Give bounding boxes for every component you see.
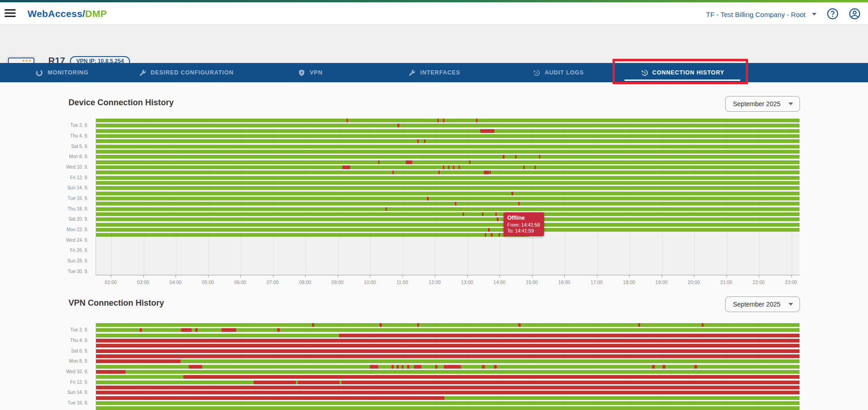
timeline-bar-Mon-15-9--online[interactable]	[444, 396, 800, 400]
timeline-bar-Tue-2-9--online[interactable]	[96, 328, 800, 332]
vpn-chart-month-select[interactable]: September 2025	[725, 296, 800, 312]
timeline-bar-Thu-11-9--offline[interactable]	[183, 375, 800, 379]
offline-event-mark[interactable]	[518, 202, 520, 205]
timeline-bar-Mon-1-9--online[interactable]	[96, 119, 800, 122]
timeline-bar-Fri-5-9--offline[interactable]	[96, 344, 800, 347]
offline-event-mark[interactable]	[195, 328, 198, 332]
timeline-bar-Sun-7-9--online[interactable]	[96, 150, 800, 154]
offline-event-mark[interactable]	[515, 155, 517, 159]
timeline-bar-Wed-17-9--online[interactable]	[96, 406, 800, 410]
offline-event-mark[interactable]	[523, 165, 525, 169]
offline-event-mark[interactable]	[435, 365, 437, 369]
offline-event-mark[interactable]	[427, 197, 429, 200]
timeline-bar-Sat-6-9--offline[interactable]	[96, 349, 800, 353]
offline-event-mark[interactable]	[397, 124, 399, 127]
offline-event-mark[interactable]	[497, 217, 499, 221]
offline-event-mark[interactable]	[511, 192, 513, 195]
timeline-bar-Fri-12-9--online[interactable]	[96, 381, 254, 384]
timeline-bar-Wed-10-9--offline[interactable]	[96, 370, 125, 374]
timeline-bar-Tue-16-9--online[interactable]	[96, 197, 800, 200]
offline-event-mark[interactable]	[397, 365, 399, 369]
offline-event-mark[interactable]	[407, 365, 409, 369]
account-button[interactable]	[849, 8, 861, 20]
offline-event-mark[interactable]	[378, 160, 380, 164]
offline-event-mark[interactable]	[424, 139, 425, 143]
timeline-bar-Sat-6-9--online[interactable]	[96, 145, 800, 148]
offline-event-mark[interactable]	[392, 171, 394, 174]
tab-audit-logs[interactable]: AUDIT LOGS	[496, 63, 620, 82]
offline-event-mark[interactable]	[469, 160, 471, 164]
tab-vpn[interactable]: VPN	[248, 63, 372, 82]
offline-event-mark[interactable]	[443, 119, 444, 122]
timeline-bar-Thu-4-9--online[interactable]	[96, 134, 800, 138]
timeline-bar-Mon-8-9--offline[interactable]	[96, 359, 181, 363]
timeline-bar-Wed-3-9--online[interactable]	[96, 334, 339, 337]
offline-event-mark[interactable]	[380, 323, 382, 327]
offline-event-mark[interactable]	[476, 119, 477, 122]
offline-event-mark[interactable]	[221, 328, 236, 332]
offline-event-mark[interactable]	[459, 165, 460, 169]
timeline-bar-Sat-13-9--offline[interactable]	[96, 386, 800, 389]
hamburger-menu-icon[interactable]	[5, 9, 16, 17]
offline-event-mark[interactable]	[495, 212, 497, 216]
offline-event-mark[interactable]	[694, 365, 697, 369]
timeline-bar-Mon-8-9--online[interactable]	[96, 155, 800, 159]
timeline-bar-Fri-12-9--offline[interactable]	[254, 381, 800, 384]
offline-event-mark[interactable]	[534, 165, 536, 169]
offline-event-mark[interactable]	[189, 365, 202, 369]
offline-event-mark[interactable]	[444, 365, 461, 369]
offline-event-mark[interactable]	[438, 171, 440, 174]
device-chart-month-select[interactable]: September 2025	[725, 96, 800, 112]
timeline-bar-Sun-14-9--online[interactable]	[96, 186, 800, 190]
tab-connection-history[interactable]: CONNECTION HISTORY	[620, 63, 744, 82]
timeline-bar-Sun-7-9--offline[interactable]	[96, 354, 800, 358]
timeline-bar-Fri-5-9--online[interactable]	[96, 139, 800, 143]
offline-event-mark[interactable]	[455, 202, 456, 205]
tab-monitoring[interactable]: MONITORING	[0, 63, 124, 82]
offline-event-mark[interactable]	[402, 365, 404, 369]
timeline-bar-Sun-14-9--offline[interactable]	[96, 391, 800, 394]
company-selector[interactable]: TF - Test Billing Company - Root	[706, 9, 817, 19]
timeline-bar-Mon-8-9--online[interactable]	[181, 359, 800, 363]
offline-event-mark[interactable]	[539, 155, 541, 159]
offline-event-mark[interactable]	[312, 323, 314, 327]
offline-event-mark[interactable]	[277, 328, 280, 332]
offline-event-mark[interactable]	[488, 228, 490, 232]
offline-event-mark[interactable]	[638, 323, 641, 327]
offline-event-mark[interactable]	[491, 233, 492, 237]
offline-event-mark[interactable]	[494, 365, 497, 369]
offline-event-mark[interactable]	[370, 365, 378, 369]
offline-event-mark[interactable]	[140, 328, 142, 332]
offline-event-mark[interactable]	[414, 365, 421, 369]
offline-event-mark[interactable]	[482, 212, 483, 216]
offline-event-mark[interactable]	[518, 323, 521, 327]
online-event-mark[interactable]	[296, 381, 298, 384]
device-connection-chart[interactable]: Offline From: 14:41:58 To: 14:41:59	[96, 119, 800, 275]
offline-event-mark[interactable]	[489, 171, 491, 174]
offline-event-mark[interactable]	[386, 207, 387, 211]
offline-event-mark[interactable]	[485, 233, 486, 237]
timeline-bar-Mon-15-9--online[interactable]	[96, 192, 800, 195]
offline-event-mark[interactable]	[484, 171, 489, 174]
offline-event-mark[interactable]	[663, 365, 665, 369]
offline-event-mark[interactable]	[652, 365, 654, 369]
timeline-bar-Sun-21-9--online[interactable]	[96, 223, 800, 227]
timeline-bar-Thu-11-9--online[interactable]	[96, 375, 183, 379]
timeline-bar-Wed-10-9--online[interactable]	[125, 370, 800, 374]
offline-event-mark[interactable]	[406, 160, 412, 164]
help-button[interactable]	[827, 8, 839, 20]
timeline-bar-Mon-1-9--online[interactable]	[96, 323, 800, 327]
offline-event-mark[interactable]	[417, 323, 420, 327]
offline-event-mark[interactable]	[499, 233, 500, 237]
timeline-bar-Thu-11-9--online[interactable]	[96, 171, 800, 174]
timeline-bar-Thu-18-9--online[interactable]	[96, 207, 800, 211]
timeline-bar-Wed-3-9--online[interactable]	[96, 129, 800, 133]
offline-event-mark[interactable]	[482, 365, 485, 369]
timeline-bar-Sat-13-9--online[interactable]	[96, 181, 800, 185]
timeline-bar-Tue-2-9--online[interactable]	[96, 124, 800, 127]
timeline-bar-Thu-4-9--offline[interactable]	[96, 339, 800, 342]
vpn-connection-chart[interactable]	[96, 323, 800, 410]
offline-event-mark[interactable]	[453, 165, 454, 169]
offline-event-mark[interactable]	[463, 212, 464, 216]
timeline-bar-Wed-17-9--online[interactable]	[96, 202, 800, 205]
